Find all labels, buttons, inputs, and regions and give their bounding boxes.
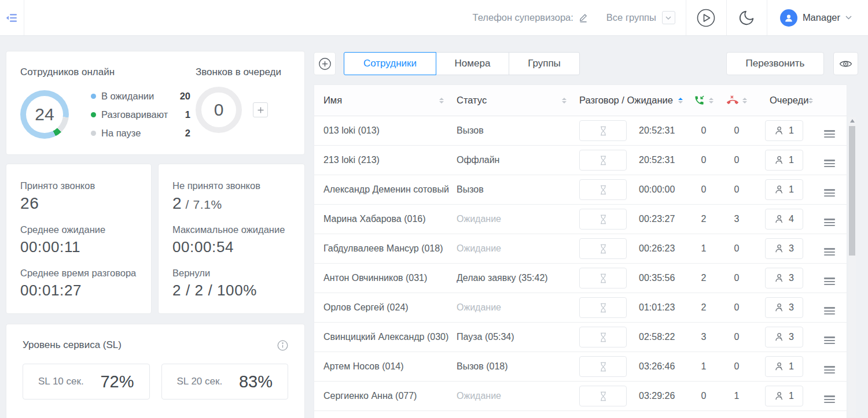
table-row[interactable]: Антон Овчинников (031) Делаю заявку (35:… [314,264,847,293]
employee-status: Оффлайн [457,155,579,165]
hourglass-button[interactable] [579,238,627,259]
top-bar: Телефон супервизора: Все группы [0,0,868,36]
info-icon[interactable] [277,340,288,351]
queues-chip[interactable]: 4 [765,209,803,230]
row-menu-icon[interactable] [824,366,835,373]
circle-plus-icon [318,57,332,71]
employees-table: Имя Статус Разговор / Ожидание [314,84,847,418]
answered-count: 1 [687,243,720,254]
row-menu-icon[interactable] [824,248,835,256]
queues-chip[interactable]: 1 [765,150,803,171]
sort-queues[interactable] [808,98,813,103]
hourglass-button[interactable] [579,356,627,377]
answered-count: 2 [687,214,720,224]
dark-mode-button[interactable] [726,0,767,35]
column-header-name: Имя [323,95,342,106]
sort-missed[interactable] [742,98,747,103]
stat-number: 26 [20,194,39,212]
visibility-button[interactable] [833,52,858,75]
employee-status: Вызов (018) [457,361,579,372]
row-menu-icon[interactable] [824,336,835,344]
talk-wait-time: 00:23:27 [634,214,687,224]
sort-name[interactable] [439,98,444,103]
eye-icon [839,59,852,69]
add-call-button[interactable] [253,102,268,117]
queue-person-icon [774,391,784,401]
table-scrollbar[interactable] [848,117,856,417]
supervisor-phone[interactable]: Телефон супервизора: [473,12,588,23]
queues-chip[interactable]: 1 [765,386,803,406]
hourglass-button[interactable] [579,297,627,318]
answered-count: 0 [687,125,720,136]
queues-chip[interactable]: 3 [765,238,803,259]
row-menu-icon[interactable] [824,219,835,226]
queues-chip[interactable]: 1 [765,179,803,200]
row-menu-icon[interactable] [824,395,835,403]
legend-item: В ожидании 20 [91,87,190,105]
missed-count: 0 [720,243,753,254]
missed-count: 0 [720,155,753,165]
queues-chip[interactable]: 3 [765,327,803,347]
stat-label: Принято звонков [20,180,137,191]
scrollbar-thumb[interactable] [849,126,855,256]
queues-chip[interactable]: 3 [765,297,803,318]
talk-wait-time: 01:01:23 [634,302,687,313]
queues-chip[interactable]: 3 [765,268,803,288]
row-menu-icon[interactable] [824,160,835,167]
queues-chip[interactable]: 1 [765,120,803,141]
legend-item: Разговаривают 1 [91,105,190,124]
groups-filter[interactable]: Все группы [606,11,675,24]
queue-person-icon [774,362,784,371]
hourglass-button[interactable] [579,209,627,230]
legend-label: Разговаривают [101,109,168,120]
tab-numbers[interactable]: Номера [436,52,509,75]
column-header-status: Статус [457,95,487,106]
hourglass-button[interactable] [579,150,627,171]
hourglass-button[interactable] [579,120,627,141]
table-row[interactable]: Марина Хабарова (016) Ожидание 00:23:27 … [314,205,847,234]
table-row[interactable]: Артем Носов (014) Вызов (018) 03:26:46 1… [314,352,847,382]
sl-value: 83% [239,372,273,391]
table-row[interactable]: Александр Деменин сотовый Вызов 00:00:00… [314,175,847,205]
sort-answered[interactable] [709,98,713,103]
table-row[interactable]: 213 loki (213) Оффлайн 20:52:31 0 0 1 [314,146,847,175]
row-menu-icon[interactable] [824,307,835,315]
tab-employees[interactable]: Сотрудники [344,52,436,75]
row-menu-icon[interactable] [824,278,835,285]
table-row[interactable]: Свинцицкий Александр (030) Пауза (05:34)… [314,323,847,352]
queue-count: 4 [789,214,794,224]
table-row[interactable]: Сергиенко Анна (077) Ожидание 03:29:26 0… [314,382,847,411]
sort-status[interactable] [562,98,567,103]
avatar [780,9,797,27]
table-row[interactable]: 013 loki (013) Вызов 20:52:31 0 0 1 [314,116,847,146]
missed-count: 0 [720,302,753,313]
hourglass-icon [599,303,607,313]
calls-in-queue-total: 0 [214,100,224,120]
hourglass-button[interactable] [579,268,627,288]
queue-person-icon [774,303,784,312]
talk-wait-time: 00:00:00 [634,184,687,195]
row-menu-icon[interactable] [824,189,835,197]
callback-button[interactable]: Перезвонить [726,52,824,75]
employee-status: Делаю заявку (35:42) [457,273,579,283]
tab-groups[interactable]: Группы [509,52,580,75]
row-menu-icon[interactable] [824,130,835,138]
table-row[interactable]: Орлов Сергей (024) Ожидание 01:01:23 2 0 [314,293,847,323]
missed-count: 0 [720,332,753,342]
table-row[interactable]: Габдулвалеев Мансур (018) Ожидание 00:26… [314,234,847,264]
play-button[interactable] [686,0,726,35]
hourglass-button[interactable] [579,327,627,347]
queues-chip[interactable]: 1 [765,356,803,377]
scroll-up-arrow[interactable] [850,119,855,123]
play-icon [696,8,716,28]
stat-label: Вернули [172,268,290,279]
missed-calls-card: Не принято звонков 2 / 7.1% Максимальное… [158,164,305,314]
hourglass-button[interactable] [579,386,627,406]
employee-name: Артем Носов (014) [323,361,457,372]
user-menu[interactable]: Manager [767,0,868,35]
menu-fold-button[interactable] [0,0,24,35]
sort-talk-wait[interactable] [678,98,683,103]
add-employee-button[interactable] [314,52,336,75]
hourglass-button[interactable] [579,179,627,200]
hourglass-icon [599,273,607,283]
